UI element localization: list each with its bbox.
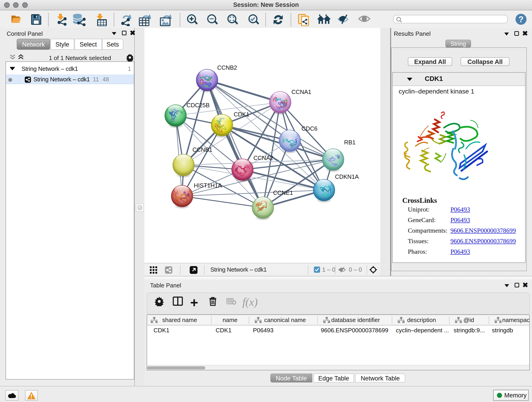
svg-text:CDK1: CDK1: [234, 111, 249, 118]
svg-text:CDC25B: CDC25B: [186, 102, 210, 108]
svg-text:RB1: RB1: [344, 139, 355, 146]
svg-text:CCNB1: CCNB1: [192, 147, 212, 153]
svg-text:CCNE1: CCNE1: [273, 190, 293, 196]
svg-text:HIST1H1A: HIST1H1A: [194, 182, 222, 189]
svg-text:CCNA1: CCNA1: [291, 89, 311, 95]
svg-text:CDC6: CDC6: [302, 125, 317, 132]
svg-text:CDKN1A: CDKN1A: [335, 173, 359, 180]
svg-text:CCNA2: CCNA2: [253, 155, 273, 161]
svg-text:CCNB2: CCNB2: [217, 64, 237, 71]
svg-text:?: ?: [519, 15, 524, 24]
